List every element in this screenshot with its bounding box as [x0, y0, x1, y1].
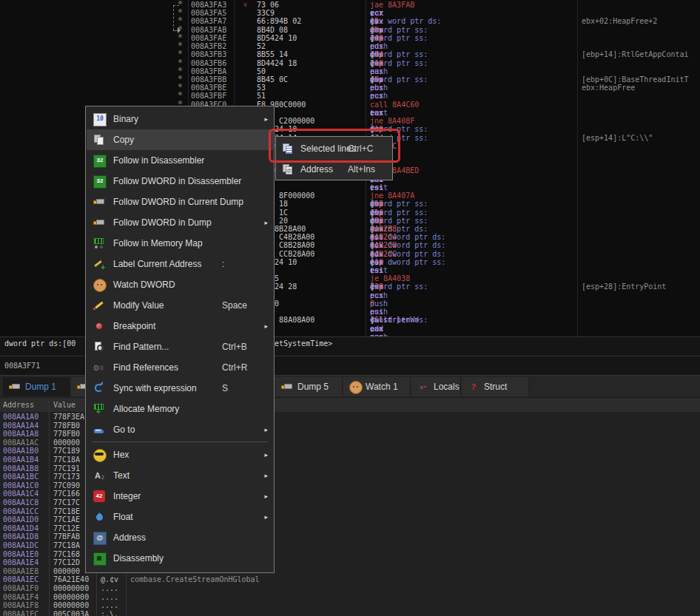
dump-row[interactable]: 008AA1EC76A21E40@.¢vcombase.CreateStream… — [0, 575, 700, 583]
breakpoint-dot-icon[interactable] — [178, 59, 182, 63]
breakpoint-dot-icon[interactable] — [178, 34, 182, 38]
breakpoint-dot-icon[interactable] — [178, 17, 182, 21]
label-icon — [93, 258, 105, 270]
dump-value: 000000 — [53, 439, 80, 447]
dump-address: 008AA1F4 — [3, 593, 38, 601]
disasm-row[interactable]: 008A3FAE8D5424 10lea edx,dword ptr ss:[e… — [0, 34, 700, 42]
disasm-row[interactable]: 008A3FA766:894B 02mov word ptr ds:[ebx+2… — [0, 17, 700, 25]
menu-item-hex[interactable]: Hex▸ — [87, 444, 273, 465]
disasm-row[interactable]: 008A3FA3v73 06jae 8A3FAB — [0, 1, 700, 9]
breakpoint-dot-icon[interactable] — [178, 50, 182, 54]
dump-address: 008AA1B4 — [3, 456, 38, 464]
dump-row[interactable]: 008AA1FC005C003A:.\. — [0, 610, 700, 616]
disasm-row[interactable]: 008A3FB68D4424 18lea eax,dword ptr ss:[e… — [0, 59, 700, 67]
menu-item-follow-in-memory-map[interactable]: Follow in Memory Map — [87, 233, 273, 254]
disasm-row[interactable]: 008A3FBE53push ebxebx:HeapFree — [0, 84, 700, 92]
dump-address: 008AA1C8 — [3, 498, 38, 507]
menu-item-label: Allocate Memory — [113, 399, 179, 419]
dump-value: 77C166 — [53, 490, 80, 498]
breakpoint-dot-icon[interactable] — [178, 67, 182, 71]
menu-item-find-references[interactable]: Find ReferencesCtrl+R — [87, 357, 273, 378]
disasm-row[interactable]: 008A3FA533C9xor ecx,ecx — [0, 9, 700, 17]
menu-item-find-pattern[interactable]: Find Pattern...Ctrl+B — [87, 336, 273, 357]
disasm-row[interactable]: 008A3FB38B55 14mov edx,dword ptr ss:[ebp… — [0, 50, 700, 58]
tab-locals[interactable]: Locals — [411, 377, 461, 396]
disasm-bytes: 8B45 0C — [257, 75, 288, 84]
breakpoint-dot-icon[interactable] — [178, 92, 182, 95]
disasm-row[interactable]: 008A3FBA50push eax — [0, 67, 700, 75]
breakpoint-dot-icon[interactable] — [178, 1, 182, 4]
menu-item-follow-dword-in-current-dump[interactable]: Follow DWORD in Current Dump — [87, 192, 273, 212]
disasm-address: 008A3FA5 — [191, 9, 226, 17]
memory-map-icon — [93, 237, 105, 249]
disasm-bytes: 66:894B 02 — [257, 17, 301, 25]
tab-label: Struct — [484, 377, 507, 396]
tab-dump-5[interactable]: Dump 5 — [275, 377, 343, 396]
disasm-address: 008A3FBA — [191, 67, 226, 75]
dump-address: 008AA1C0 — [3, 481, 38, 490]
dump-row[interactable]: 008AA1F800000000.... — [0, 601, 700, 609]
menu-item-follow-dword-in-dump[interactable]: Follow DWORD in Dump▸ — [87, 212, 273, 233]
context-menu: Binary▸CopyFollow in DisassemblerFollow … — [85, 106, 275, 573]
goto-icon — [93, 424, 105, 436]
dump-address: 008AA1BC — [3, 473, 38, 481]
menu-item-copy[interactable]: Copy — [87, 129, 273, 150]
submenu-arrow-icon: ▸ — [264, 109, 268, 129]
breakpoint-dot-icon[interactable] — [178, 9, 182, 13]
dump-value: 77C173 — [53, 473, 80, 481]
breakpoint-dot-icon[interactable] — [178, 101, 182, 104]
dump-value: 00000000 — [53, 593, 89, 601]
dump-address: 008AA1E8 — [3, 567, 38, 575]
dump-address: 008AA1DC — [3, 541, 38, 549]
dump-comment: combase.CreateStreamOnHGlobal — [130, 575, 260, 583]
dump-ascii: .... — [101, 601, 118, 609]
menu-item-label-current-address[interactable]: Label Current Address: — [87, 254, 273, 274]
disasm-address: 008A3FA3 — [191, 1, 226, 9]
menu-item-follow-in-disassembler[interactable]: Follow in Disassembler — [87, 150, 273, 171]
disasm-address: 008A3FBF — [191, 92, 226, 100]
submenu-arrow-icon: ▸ — [264, 419, 268, 440]
disasm-row[interactable]: 008A3FBB8B45 0Cmov eax,dword ptr ss:[ebp… — [0, 75, 700, 84]
menu-item-binary[interactable]: Binary▸ — [87, 109, 273, 129]
dump-address: 008AA1D8 — [3, 532, 38, 541]
tab-label: Locals — [434, 377, 460, 396]
disasm-comment: [esp+14]:L"C:\\" — [582, 134, 653, 142]
menu-item-allocate-memory[interactable]: Allocate Memory — [87, 399, 273, 419]
pencil-icon — [93, 299, 105, 311]
disassembly-icon — [93, 552, 107, 566]
menu-item-label: Text — [113, 465, 129, 486]
disasm-bytes: 8B55 14 — [257, 50, 288, 58]
dump-row[interactable]: 008AA1F000000000.... — [0, 584, 700, 592]
dump-value: 77C168 — [53, 550, 80, 558]
disasm-row[interactable]: 008A3FBF51push ecx — [0, 92, 700, 100]
dump-ascii: @.¢v — [101, 575, 118, 583]
jump-taken-icon: v — [243, 1, 247, 9]
breakpoint-dot-icon[interactable] — [178, 75, 182, 79]
menu-item-text[interactable]: Text▸ — [87, 465, 273, 486]
menu-item-float[interactable]: Float▸ — [87, 507, 273, 527]
disasm-comment: [ebp+14]:RtlGetAppContai — [582, 50, 689, 58]
menu-item-go-to[interactable]: Go to▸ — [87, 419, 273, 440]
x64dbg-window: 008A3FA3v73 06jae 8A3FAB008A3FA533C9xor … — [0, 0, 700, 616]
breakpoint-dot-icon[interactable] — [178, 42, 182, 46]
menu-item-follow-dword-in-disassembler[interactable]: Follow DWORD in Disassembler — [87, 171, 273, 192]
disasm-row[interactable]: 008A3FAB8B4D 08mov ecx,dword ptr ss:[ebp… — [0, 26, 700, 34]
allocate-memory-icon — [93, 403, 105, 415]
disasm-row[interactable]: 008A3FB252push edx — [0, 42, 700, 50]
disasm-address: 008A3FBE — [191, 84, 226, 92]
menu-item-watch-dword[interactable]: Watch DWORD — [87, 274, 273, 295]
menu-item-breakpoint[interactable]: Breakpoint▸ — [87, 316, 273, 336]
tab-watch-1[interactable]: Watch 1 — [343, 377, 411, 396]
tab-struct[interactable]: Struct — [462, 377, 529, 396]
dump-value: 77C12D — [53, 558, 80, 566]
menu-item-modify-value[interactable]: Modify ValueSpace — [87, 295, 273, 316]
dump-value: 778FB0 — [53, 430, 80, 438]
menu-item-address[interactable]: Address — [87, 527, 273, 548]
breakpoint-dot-icon[interactable] — [178, 84, 182, 87]
menu-item-disassembly[interactable]: Disassembly — [87, 548, 273, 569]
tab-dump-1[interactable]: Dump 1 — [3, 377, 70, 396]
disasm-address: 008A3FBB — [191, 75, 226, 84]
menu-item-sync-with-expression[interactable]: Sync with expressionS — [87, 378, 273, 399]
menu-item-integer[interactable]: Integer▸ — [87, 486, 273, 507]
dump-row[interactable]: 008AA1F400000000.... — [0, 593, 700, 601]
